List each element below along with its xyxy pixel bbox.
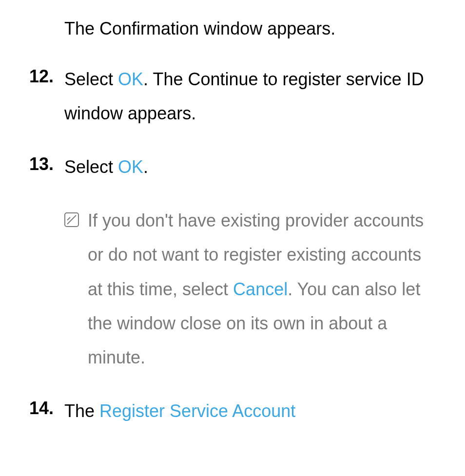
note-body: If you don't have existing provider acco… — [88, 204, 436, 375]
ok-link-12: OK — [118, 69, 143, 89]
step-13: 13. Select OK. — [29, 150, 436, 184]
step-number-14: 14. — [29, 394, 64, 428]
step-number-12: 12. — [29, 62, 64, 131]
step-body-12: Select OK. The Continue to register serv… — [64, 62, 436, 131]
step-13-text-prefix: Select — [64, 157, 118, 177]
step-body-13: Select OK. — [64, 150, 436, 184]
svg-line-1 — [67, 215, 76, 224]
register-service-account-link: Register Service Account — [99, 401, 295, 421]
cancel-link: Cancel — [233, 279, 288, 299]
step-body-14: The Register Service Account — [64, 394, 436, 428]
ok-link-13: OK — [118, 157, 143, 177]
step-14: 14. The Register Service Account — [29, 394, 436, 428]
step-12: 12. Select OK. The Continue to register … — [29, 62, 436, 131]
step-13-text-suffix: . — [143, 157, 148, 177]
intro-text: The Confirmation window appears. — [64, 15, 436, 43]
step-number-13: 13. — [29, 150, 64, 184]
svg-line-2 — [67, 217, 70, 220]
note-block: If you don't have existing provider acco… — [64, 204, 436, 375]
step-12-text-prefix: Select — [64, 69, 118, 89]
note-icon — [64, 204, 88, 375]
step-14-text-prefix: The — [64, 401, 99, 421]
